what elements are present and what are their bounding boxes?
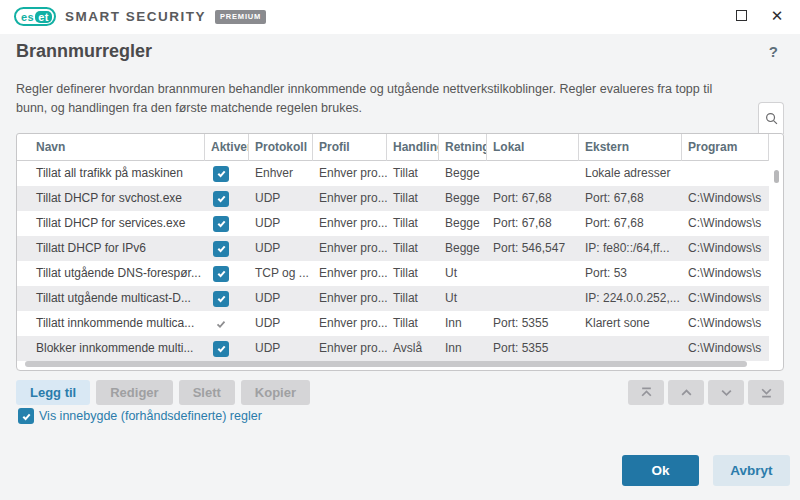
- rule-enabled-checkbox[interactable]: [205, 286, 249, 311]
- ok-button[interactable]: Ok: [622, 455, 699, 486]
- check-icon: [215, 318, 227, 330]
- delete-button[interactable]: Slett: [179, 380, 235, 405]
- show-builtin-checkbox[interactable]: [18, 408, 34, 424]
- product-name: SMART SECURITY: [65, 9, 206, 24]
- edit-button[interactable]: Rediger: [96, 380, 172, 405]
- cell-profile: Enhver pro...: [313, 236, 387, 261]
- description-line: Regler definerer hvordan brannmuren beha…: [16, 80, 776, 99]
- show-builtin-rules: Vis innebygde (forhåndsdefinerte) regler: [16, 408, 262, 424]
- checkbox-checked: [213, 341, 229, 357]
- add-button[interactable]: Legg til: [16, 380, 90, 405]
- cell-local: [487, 286, 579, 311]
- chevron-up-icon: [680, 386, 693, 399]
- cell-action: Avslå: [387, 336, 439, 361]
- eset-logo-es: es: [21, 11, 34, 23]
- page-description: Regler definerer hvordan brannmuren beha…: [16, 80, 776, 118]
- cell-direction: Begge: [439, 161, 487, 186]
- eset-logo-et: et: [35, 11, 52, 23]
- rule-enabled-checkbox[interactable]: [205, 211, 249, 236]
- cell-app: [682, 161, 769, 186]
- rule-enabled-checkbox[interactable]: [205, 261, 249, 286]
- move-up-button[interactable]: [668, 380, 704, 405]
- table-row[interactable]: Tillat utgående DNS-forespør...TCP og ..…: [17, 261, 769, 286]
- cell-local: Port: 67,68: [487, 186, 579, 211]
- title-bar: eset SMART SECURITY PREMIUM ✕: [0, 0, 800, 34]
- eset-logo: eset SMART SECURITY PREMIUM: [14, 7, 266, 26]
- cell-profile: Enhver pro...: [313, 286, 387, 311]
- table-row[interactable]: Tillatt utgående multicast-D...UDPEnhver…: [17, 286, 769, 311]
- cell-protocol: UDP: [249, 311, 313, 336]
- column-header-program: Program: [682, 134, 769, 161]
- cell-name: Tillat all trafikk på maskinen: [17, 161, 205, 186]
- cell-name: Tillatt utgående multicast-D...: [17, 286, 205, 311]
- cell-action: Tillat: [387, 211, 439, 236]
- vertical-scrollbar[interactable]: [774, 170, 779, 183]
- check-icon: [21, 411, 32, 422]
- table-row[interactable]: Tillatt innkommende multica...UDPEnhver …: [17, 311, 769, 336]
- column-header-ekstern: Ekstern: [579, 134, 682, 161]
- cell-protocol: UDP: [249, 211, 313, 236]
- cell-name: Tillat DHCP for svchost.exe: [17, 186, 205, 211]
- table-row[interactable]: Tillat DHCP for svchost.exeUDPEnhver pro…: [17, 186, 769, 211]
- rule-enabled-checkbox[interactable]: [205, 186, 249, 211]
- search-button[interactable]: [758, 102, 784, 134]
- rule-actions: Legg til Rediger Slett Kopier: [16, 380, 310, 405]
- cell-name: Blokker innkommende multi...: [17, 336, 205, 361]
- cell-action: Tillat: [387, 186, 439, 211]
- rule-enabled-checkbox[interactable]: [205, 336, 249, 361]
- search-icon: [764, 111, 779, 126]
- move-top-icon: [640, 386, 653, 399]
- table-row[interactable]: Blokker innkommende multi...UDPEnhver pr…: [17, 336, 769, 361]
- cancel-button[interactable]: Avbryt: [713, 455, 790, 486]
- cell-profile: Enhver pro...: [313, 186, 387, 211]
- cell-action: Tillat: [387, 236, 439, 261]
- close-button[interactable]: ✕: [762, 0, 792, 30]
- rule-enabled-checkbox[interactable]: [205, 236, 249, 261]
- cell-local: [487, 261, 579, 286]
- check-icon: [216, 193, 227, 204]
- checkbox-checked: [213, 241, 229, 257]
- cell-remote: Port: 53: [579, 261, 682, 286]
- table-row[interactable]: Tillat all trafikk på maskinenEnhverEnhv…: [17, 161, 769, 186]
- cell-protocol: Enhver: [249, 161, 313, 186]
- cell-profile: Enhver pro...: [313, 336, 387, 361]
- show-builtin-label: Vis innebygde (forhåndsdefinerte) regler: [39, 409, 262, 423]
- cell-app: C:\Windows\s: [682, 311, 769, 336]
- check-icon: [216, 343, 227, 354]
- cell-protocol: UDP: [249, 336, 313, 361]
- rule-enabled-checkmark[interactable]: [205, 311, 249, 336]
- move-bottom-icon: [760, 386, 773, 399]
- eset-logo-mark: eset: [14, 7, 56, 26]
- maximize-button[interactable]: [726, 0, 756, 30]
- cell-profile: Enhver pro...: [313, 311, 387, 336]
- cell-local: Port: 67,68: [487, 211, 579, 236]
- table-row[interactable]: Tillatt DHCP for IPv6UDPEnhver pro...Til…: [17, 236, 769, 261]
- cell-direction: Inn: [439, 311, 487, 336]
- table-row[interactable]: Tillat DHCP for services.exeUDPEnhver pr…: [17, 211, 769, 236]
- column-header-navn: Navn: [17, 134, 205, 161]
- rule-enabled-checkbox[interactable]: [205, 161, 249, 186]
- cell-direction: Begge: [439, 236, 487, 261]
- help-icon[interactable]: ?: [769, 43, 778, 60]
- cell-protocol: UDP: [249, 186, 313, 211]
- copy-button[interactable]: Kopier: [241, 380, 310, 405]
- cell-app: C:\Windows\s: [682, 286, 769, 311]
- cell-name: Tillatt innkommende multica...: [17, 311, 205, 336]
- cell-profile: Enhver pro...: [313, 211, 387, 236]
- table-body: Tillat all trafikk på maskinenEnhverEnhv…: [17, 161, 783, 361]
- column-header-lokal: Lokal: [487, 134, 579, 161]
- move-down-button[interactable]: [708, 380, 744, 405]
- cell-local: [487, 161, 579, 186]
- cell-remote: IP: 224.0.0.252,...: [579, 286, 682, 311]
- cell-profile: Enhver pro...: [313, 161, 387, 186]
- horizontal-scrollbar[interactable]: [25, 361, 747, 367]
- move-bottom-button[interactable]: [748, 380, 784, 405]
- move-top-button[interactable]: [628, 380, 664, 405]
- cell-app: C:\Windows\s: [682, 236, 769, 261]
- cell-local: Port: 5355: [487, 311, 579, 336]
- cell-action: Tillat: [387, 161, 439, 186]
- column-header-protokoll: Protokoll: [249, 134, 313, 161]
- checkbox-checked: [213, 266, 229, 282]
- maximize-icon: [736, 10, 747, 21]
- cell-remote: [579, 336, 682, 361]
